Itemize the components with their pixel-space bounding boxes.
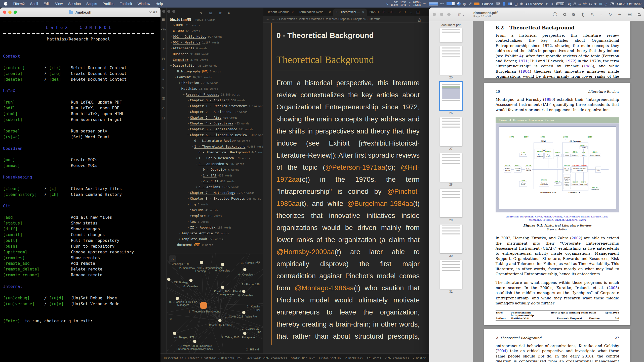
page-thumbnail-27[interactable] bbox=[440, 117, 462, 146]
home-icon[interactable]: ⌂ bbox=[163, 77, 165, 80]
clock-icon[interactable]: ◷ bbox=[605, 2, 607, 6]
markup-icon[interactable]: ✎ bbox=[590, 12, 594, 17]
rotate-icon[interactable]: ↻ bbox=[608, 12, 612, 17]
tree-item[interactable]: ◉TODO126 words bbox=[167, 28, 263, 34]
keyboard-icon[interactable]: ⌨ bbox=[496, 2, 500, 6]
tree-item[interactable]: 0 - Theoretical Background445 words bbox=[167, 149, 263, 155]
tree-item[interactable]: ›001 - Daily Notes997 words bbox=[167, 34, 263, 39]
highlight-icon[interactable]: ✒ bbox=[618, 12, 622, 17]
zero-icon[interactable]: ⓪ bbox=[583, 2, 587, 6]
tree-item[interactable]: ›Chapter 6 - Literature Review5,022 word… bbox=[167, 132, 263, 138]
share-icon[interactable]: ⬆̱ bbox=[581, 12, 584, 17]
note-paragraph[interactable]: From a historical perspective, this lite… bbox=[276, 77, 420, 345]
graph-node[interactable] bbox=[167, 278, 170, 281]
cpu-graph[interactable] bbox=[429, 2, 438, 6]
switch-icon[interactable] bbox=[610, 3, 614, 5]
menu-edit[interactable]: Edit bbox=[41, 2, 52, 6]
tree-item[interactable]: ›Chapter 8 - Expected Results208 words bbox=[167, 196, 263, 201]
page-thumbnail-26[interactable] bbox=[440, 82, 462, 110]
menu-clock[interactable]: Sat 29 Oct 15:02 bbox=[617, 2, 641, 6]
tree-item[interactable]: ›Chapter 0 - Abstract588 words bbox=[167, 97, 263, 103]
tree-item[interactable]: ›Chapter 2 - Audiences127 words bbox=[167, 109, 263, 115]
pdf-titlebar[interactable]: ◫ ⌄ document.pdf Page 26 of 49 ⓘ – + ⬆̱ … bbox=[429, 8, 644, 21]
graph-node[interactable] bbox=[242, 311, 246, 314]
menu-help[interactable]: Help bbox=[153, 2, 166, 6]
graph-node[interactable] bbox=[173, 332, 176, 335]
citation-link[interactable]: @Peterson-1971aa bbox=[325, 163, 385, 171]
local-graph-panel[interactable]: ∴ ⚙ Jennings, 19902 - Sambrook, 2005 - O… bbox=[167, 253, 263, 353]
bolt-icon[interactable]: ϟ bbox=[386, 2, 388, 6]
tree-item[interactable]: ›002 - Meetings1,167 words bbox=[167, 39, 263, 45]
graph-view-button[interactable]: ∴ bbox=[169, 255, 176, 262]
graph-node-active[interactable] bbox=[200, 302, 207, 309]
tree-item[interactable]: ›Chapter 7 - Methodology1,727 words bbox=[167, 190, 263, 196]
tree-item[interactable]: ›3 - Actions1,785 words bbox=[167, 184, 263, 190]
tree-item[interactable]: ›Content16,925 words bbox=[167, 74, 263, 80]
tree-item[interactable]: ›Computer3,291 words bbox=[167, 57, 263, 63]
new-folder-icon[interactable]: ⊞ bbox=[209, 11, 212, 15]
disk-pie-icon[interactable] bbox=[457, 2, 461, 6]
tab-close-icon[interactable]: ✕ bbox=[292, 11, 294, 14]
graph-node[interactable] bbox=[189, 279, 192, 282]
tab-2022-11-03-100-[interactable]: 2022-11-03 - 100…✕ bbox=[367, 9, 403, 16]
collapse-all-icon[interactable]: « bbox=[227, 12, 231, 14]
markup-chevron-icon[interactable]: ⌄ bbox=[600, 13, 602, 16]
status-git-branch[interactable]: ✓ master bbox=[413, 356, 426, 359]
tree-item[interactable]: ›Chapter 5 - Significance971 words bbox=[167, 126, 263, 132]
split-pane-icon[interactable]: ◫ bbox=[416, 10, 420, 14]
graph-icon[interactable]: ∴ bbox=[162, 106, 164, 110]
new-tab-icon[interactable]: + bbox=[404, 10, 406, 14]
doc-indicator-icon[interactable] bbox=[503, 2, 505, 6]
graph-node[interactable] bbox=[221, 263, 224, 266]
calendar-icon[interactable]: ▤ bbox=[162, 116, 165, 120]
terminal-output[interactable]: L a T e X C O N T R O LMatthias/Research… bbox=[0, 17, 160, 324]
tree-item[interactable]: ›Attachments0 words bbox=[167, 45, 263, 51]
info-icon[interactable]: ⓘ bbox=[553, 12, 557, 17]
search-icon[interactable] bbox=[589, 3, 591, 5]
paused-label[interactable]: Paused bbox=[482, 2, 493, 6]
tab-tenant-cleanup[interactable]: Tenant Cleanup✕ bbox=[265, 9, 296, 16]
status-sort[interactable]: Custom sort:ON bbox=[319, 356, 341, 359]
tree-item[interactable]: ›1 - Early Research878 words bbox=[167, 155, 263, 161]
graph-node[interactable] bbox=[221, 286, 224, 289]
tree-item[interactable]: include41 words bbox=[167, 207, 263, 213]
f5-access-item[interactable]: ● F5 Access bbox=[525, 2, 543, 6]
page-thumbnail-25[interactable] bbox=[440, 46, 462, 75]
pdf-content-area[interactable]: 6.2Theoretical Background From a histori… bbox=[473, 21, 644, 362]
tab-close-icon[interactable]: ✕ bbox=[362, 11, 364, 14]
expand-icon[interactable]: ⤢ bbox=[469, 2, 471, 6]
zoom-out-icon[interactable]: – bbox=[563, 13, 566, 16]
breadcrumb[interactable]: / Dissertation / Content / Matthias / Re… bbox=[277, 17, 416, 21]
back-icon[interactable]: ← bbox=[266, 17, 269, 21]
minimize-button[interactable] bbox=[440, 13, 443, 16]
graph-settings-icon[interactable]: ⚙ bbox=[257, 260, 260, 264]
tree-item[interactable]: ›Chapter 3 - Aims410 words bbox=[167, 115, 263, 120]
card-icon[interactable]: ◫ bbox=[162, 96, 165, 100]
tree-item[interactable]: ›Chapter 4 - Objectives433 words bbox=[167, 120, 263, 126]
status-backlinks[interactable]: 2 backlinks bbox=[345, 356, 363, 359]
tree-item[interactable]: ›Template_Article556 words bbox=[167, 230, 263, 236]
lock-icon[interactable] bbox=[574, 4, 576, 5]
pointer-icon[interactable]: ➤ bbox=[551, 2, 554, 6]
tree-item[interactable]: ›Chapter 1 - Problem Statement1,174 word… bbox=[167, 103, 263, 109]
page-thumbnail-28[interactable] bbox=[440, 153, 462, 182]
tree-item[interactable]: ›Template_Book553 words bbox=[167, 236, 263, 242]
tree-item[interactable]: ›1 - Theoretical Background4,465 words bbox=[167, 144, 263, 149]
tree-item[interactable]: 0 - Overview6 words bbox=[167, 167, 263, 172]
pencil-icon[interactable]: ✎ bbox=[162, 86, 165, 90]
tree-item[interactable]: ›fig0 words bbox=[167, 201, 263, 207]
menu-window[interactable]: Window bbox=[135, 2, 153, 6]
tab-termination-rede-[interactable]: Termination Rede…✕ bbox=[296, 9, 334, 16]
templater-icon[interactable]: <% bbox=[161, 27, 166, 31]
page-thumbnail[interactable] bbox=[440, 28, 462, 42]
status-wordcount[interactable]: 479 words 2397 characters bbox=[247, 356, 287, 359]
obsidian-traffic-lights[interactable] bbox=[162, 10, 175, 13]
page-thumbnail-30[interactable] bbox=[440, 224, 462, 253]
tree-item[interactable]: ⌂HOME315 words bbox=[167, 22, 263, 28]
infinity-icon[interactable]: ∞ bbox=[578, 2, 581, 6]
citation-link[interactable]: @Hornsby-2009aa bbox=[276, 248, 335, 256]
graph-node[interactable] bbox=[218, 319, 221, 322]
graph-node[interactable] bbox=[176, 297, 179, 300]
grid-icon[interactable]: ⊞ bbox=[599, 2, 602, 6]
sidebar-toggle-icon[interactable]: ◫ ⌄ bbox=[458, 13, 465, 16]
